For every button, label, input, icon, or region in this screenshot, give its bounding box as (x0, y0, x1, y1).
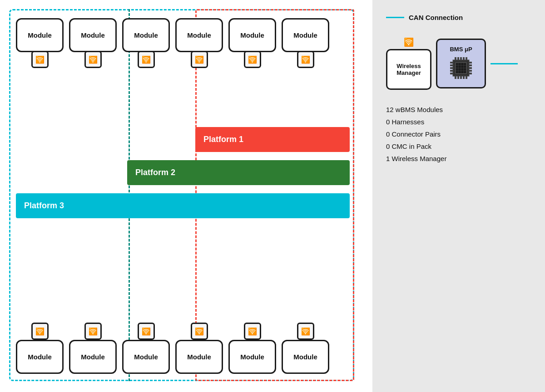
module-10-antenna: 🛜 (191, 323, 208, 340)
chip-svg (447, 54, 475, 82)
bms-chip-box: BMS μP (436, 39, 486, 88)
legend-can: CAN Connection (386, 14, 531, 21)
module-5-antenna: 🛜 (244, 51, 261, 68)
module-11-body: Module (228, 340, 276, 374)
module-2-body: Module (69, 18, 117, 52)
module-2-antenna: 🛜 (84, 51, 102, 68)
module-4: Module 🛜 (175, 18, 223, 68)
svg-rect-13 (469, 62, 472, 64)
platform-3-bar: Platform 3 (16, 193, 350, 218)
module-8-antenna: 🛜 (84, 323, 102, 340)
module-7: 🛜 Module (16, 324, 64, 374)
stats-list: 12 wBMS Modules 0 Harnesses 0 Connector … (386, 103, 531, 165)
platform-2-bar: Platform 2 (127, 160, 350, 185)
platform-1-bar: Platform 1 (195, 127, 350, 152)
svg-rect-18 (455, 57, 456, 60)
modules-top-row: Module 🛜 Module 🛜 Module 🛜 Module 🛜 Modu… (16, 18, 352, 68)
module-11: 🛜 Module (228, 324, 276, 374)
module-3-antenna: 🛜 (138, 51, 155, 68)
svg-rect-12 (450, 73, 453, 74)
module-9-body: Module (122, 340, 170, 374)
svg-rect-20 (460, 57, 462, 60)
module-3-body: Module (122, 18, 170, 52)
legend-can-label: CAN Connection (409, 14, 463, 21)
module-12-antenna: 🛜 (297, 323, 314, 340)
module-1-antenna: 🛜 (31, 51, 49, 68)
diagram-area: Module 🛜 Module 🛜 Module 🛜 Module 🛜 Modu… (0, 0, 372, 392)
module-9: 🛜 Module (122, 324, 170, 374)
platform-2-label: Platform 2 (135, 168, 175, 177)
wifi-icon-above-wm: 🛜 (404, 37, 414, 47)
can-connection-line (490, 63, 518, 64)
platform-1-label: Platform 1 (203, 135, 243, 144)
module-8-body: Module (69, 340, 117, 374)
svg-rect-14 (469, 64, 472, 66)
module-3: Module 🛜 (122, 18, 170, 68)
stat-connector-pairs: 0 Connector Pairs (386, 128, 531, 140)
svg-rect-22 (466, 57, 467, 60)
platform-3-label: Platform 3 (24, 201, 64, 211)
module-1-body: Module (16, 18, 64, 52)
module-4-antenna: 🛜 (191, 51, 208, 68)
module-11-antenna: 🛜 (244, 323, 261, 340)
module-12-body: Module (282, 340, 329, 374)
stat-wbms-modules: 12 wBMS Modules (386, 103, 531, 116)
can-line-icon (386, 17, 404, 18)
svg-rect-19 (457, 57, 459, 60)
module-7-body: Module (16, 340, 64, 374)
module-4-body: Module (175, 18, 223, 52)
svg-rect-27 (466, 76, 467, 79)
module-2: Module 🛜 (69, 18, 117, 68)
svg-rect-23 (455, 76, 456, 79)
svg-rect-15 (469, 67, 472, 69)
module-6-body: Module (282, 18, 329, 52)
module-10-body: Module (175, 340, 223, 374)
stat-wireless-manager: 1 Wireless Manager (386, 152, 531, 165)
right-panel: CAN Connection 🛜 Wireless Manager BMS μP (372, 0, 545, 392)
svg-rect-25 (460, 76, 462, 79)
stat-harnesses: 0 Harnesses (386, 116, 531, 128)
module-12: 🛜 Module (282, 324, 329, 374)
module-9-antenna: 🛜 (138, 323, 155, 340)
module-10: 🛜 Module (175, 324, 223, 374)
module-7-antenna: 🛜 (31, 323, 49, 340)
svg-rect-10 (450, 67, 453, 69)
svg-rect-26 (463, 76, 465, 79)
svg-rect-17 (469, 73, 472, 74)
bms-label: BMS μP (450, 46, 472, 53)
module-6-antenna: 🛜 (297, 51, 314, 68)
platform-bars: Platform 1 Platform 2 Platform 3 (16, 127, 350, 218)
svg-rect-21 (463, 57, 465, 60)
wireless-manager-label: Wireless Manager (396, 63, 421, 76)
module-1: Module 🛜 (16, 18, 64, 68)
module-5: Module 🛜 (228, 18, 276, 68)
svg-rect-9 (450, 64, 453, 66)
module-5-body: Module (228, 18, 276, 52)
stat-cmc-in-pack: 0 CMC in Pack (386, 140, 531, 152)
module-8: 🛜 Module (69, 324, 117, 374)
modules-bottom-row: 🛜 Module 🛜 Module 🛜 Module 🛜 Module 🛜 Mo… (16, 324, 352, 374)
bms-component: 🛜 Wireless Manager BMS μP (386, 37, 531, 90)
svg-rect-24 (457, 76, 459, 79)
svg-rect-16 (469, 70, 472, 72)
wireless-manager-box: Wireless Manager (386, 49, 431, 90)
module-6: Module 🛜 (282, 18, 329, 68)
svg-rect-11 (450, 70, 453, 72)
svg-rect-8 (450, 62, 453, 64)
